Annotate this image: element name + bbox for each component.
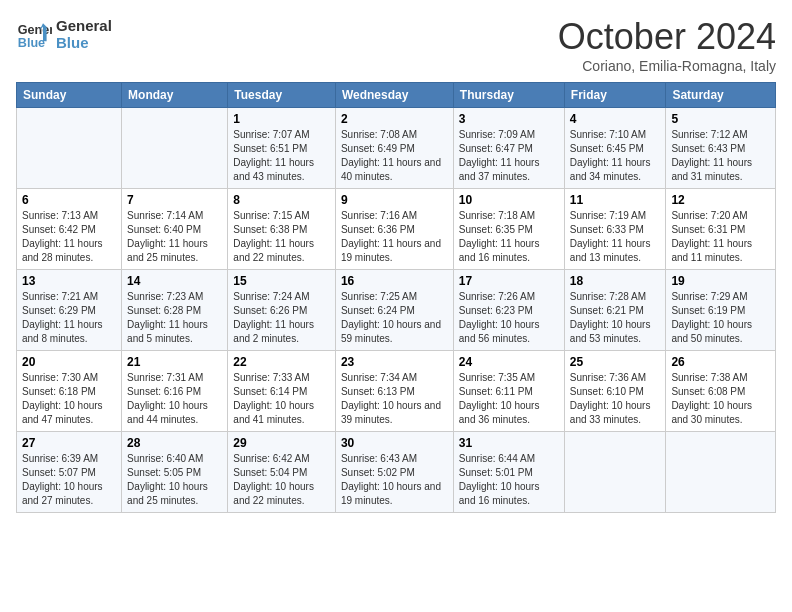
day-number: 30 (341, 436, 448, 450)
day-info: Sunrise: 6:39 AMSunset: 5:07 PMDaylight:… (22, 452, 116, 508)
day-info: Sunrise: 7:34 AMSunset: 6:13 PMDaylight:… (341, 371, 448, 427)
weekday-header-cell: Friday (564, 83, 666, 108)
calendar-week-row: 20Sunrise: 7:30 AMSunset: 6:18 PMDayligh… (17, 351, 776, 432)
calendar-week-row: 6Sunrise: 7:13 AMSunset: 6:42 PMDaylight… (17, 189, 776, 270)
calendar-week-row: 1Sunrise: 7:07 AMSunset: 6:51 PMDaylight… (17, 108, 776, 189)
day-info: Sunrise: 7:09 AMSunset: 6:47 PMDaylight:… (459, 128, 559, 184)
calendar-cell: 22Sunrise: 7:33 AMSunset: 6:14 PMDayligh… (228, 351, 336, 432)
day-info: Sunrise: 6:43 AMSunset: 5:02 PMDaylight:… (341, 452, 448, 508)
day-number: 6 (22, 193, 116, 207)
day-number: 11 (570, 193, 661, 207)
calendar-cell: 9Sunrise: 7:16 AMSunset: 6:36 PMDaylight… (335, 189, 453, 270)
calendar-cell (666, 432, 776, 513)
weekday-header-cell: Thursday (453, 83, 564, 108)
day-info: Sunrise: 6:44 AMSunset: 5:01 PMDaylight:… (459, 452, 559, 508)
day-number: 20 (22, 355, 116, 369)
day-info: Sunrise: 7:26 AMSunset: 6:23 PMDaylight:… (459, 290, 559, 346)
calendar-cell: 4Sunrise: 7:10 AMSunset: 6:45 PMDaylight… (564, 108, 666, 189)
day-number: 5 (671, 112, 770, 126)
calendar-cell: 28Sunrise: 6:40 AMSunset: 5:05 PMDayligh… (122, 432, 228, 513)
weekday-header-cell: Tuesday (228, 83, 336, 108)
day-number: 4 (570, 112, 661, 126)
day-number: 26 (671, 355, 770, 369)
calendar-table: SundayMondayTuesdayWednesdayThursdayFrid… (16, 82, 776, 513)
weekday-header-cell: Wednesday (335, 83, 453, 108)
day-number: 15 (233, 274, 330, 288)
day-number: 1 (233, 112, 330, 126)
calendar-cell: 24Sunrise: 7:35 AMSunset: 6:11 PMDayligh… (453, 351, 564, 432)
day-info: Sunrise: 7:35 AMSunset: 6:11 PMDaylight:… (459, 371, 559, 427)
calendar-cell: 29Sunrise: 6:42 AMSunset: 5:04 PMDayligh… (228, 432, 336, 513)
calendar-cell (17, 108, 122, 189)
day-number: 24 (459, 355, 559, 369)
calendar-cell: 26Sunrise: 7:38 AMSunset: 6:08 PMDayligh… (666, 351, 776, 432)
svg-text:Blue: Blue (18, 36, 45, 50)
day-info: Sunrise: 7:15 AMSunset: 6:38 PMDaylight:… (233, 209, 330, 265)
day-number: 8 (233, 193, 330, 207)
day-info: Sunrise: 7:20 AMSunset: 6:31 PMDaylight:… (671, 209, 770, 265)
day-info: Sunrise: 7:36 AMSunset: 6:10 PMDaylight:… (570, 371, 661, 427)
calendar-cell: 17Sunrise: 7:26 AMSunset: 6:23 PMDayligh… (453, 270, 564, 351)
day-info: Sunrise: 7:18 AMSunset: 6:35 PMDaylight:… (459, 209, 559, 265)
logo-blue: Blue (56, 34, 112, 51)
weekday-header-row: SundayMondayTuesdayWednesdayThursdayFrid… (17, 83, 776, 108)
day-number: 25 (570, 355, 661, 369)
weekday-header-cell: Sunday (17, 83, 122, 108)
day-info: Sunrise: 7:31 AMSunset: 6:16 PMDaylight:… (127, 371, 222, 427)
calendar-cell: 5Sunrise: 7:12 AMSunset: 6:43 PMDaylight… (666, 108, 776, 189)
calendar-cell: 8Sunrise: 7:15 AMSunset: 6:38 PMDaylight… (228, 189, 336, 270)
day-number: 21 (127, 355, 222, 369)
day-info: Sunrise: 7:25 AMSunset: 6:24 PMDaylight:… (341, 290, 448, 346)
day-number: 27 (22, 436, 116, 450)
logo-general: General (56, 17, 112, 34)
day-info: Sunrise: 7:12 AMSunset: 6:43 PMDaylight:… (671, 128, 770, 184)
day-number: 28 (127, 436, 222, 450)
calendar-cell: 10Sunrise: 7:18 AMSunset: 6:35 PMDayligh… (453, 189, 564, 270)
day-info: Sunrise: 7:30 AMSunset: 6:18 PMDaylight:… (22, 371, 116, 427)
day-info: Sunrise: 7:14 AMSunset: 6:40 PMDaylight:… (127, 209, 222, 265)
day-number: 18 (570, 274, 661, 288)
calendar-cell: 13Sunrise: 7:21 AMSunset: 6:29 PMDayligh… (17, 270, 122, 351)
calendar-week-row: 13Sunrise: 7:21 AMSunset: 6:29 PMDayligh… (17, 270, 776, 351)
day-number: 31 (459, 436, 559, 450)
day-number: 29 (233, 436, 330, 450)
calendar-cell: 21Sunrise: 7:31 AMSunset: 6:16 PMDayligh… (122, 351, 228, 432)
calendar-cell: 14Sunrise: 7:23 AMSunset: 6:28 PMDayligh… (122, 270, 228, 351)
day-info: Sunrise: 7:19 AMSunset: 6:33 PMDaylight:… (570, 209, 661, 265)
day-number: 14 (127, 274, 222, 288)
calendar-cell: 7Sunrise: 7:14 AMSunset: 6:40 PMDaylight… (122, 189, 228, 270)
day-number: 17 (459, 274, 559, 288)
day-number: 3 (459, 112, 559, 126)
calendar-cell: 27Sunrise: 6:39 AMSunset: 5:07 PMDayligh… (17, 432, 122, 513)
day-info: Sunrise: 7:33 AMSunset: 6:14 PMDaylight:… (233, 371, 330, 427)
day-info: Sunrise: 7:38 AMSunset: 6:08 PMDaylight:… (671, 371, 770, 427)
title-block: October 2024 Coriano, Emilia-Romagna, It… (558, 16, 776, 74)
day-info: Sunrise: 6:40 AMSunset: 5:05 PMDaylight:… (127, 452, 222, 508)
logo-icon: General Blue (16, 16, 52, 52)
day-number: 19 (671, 274, 770, 288)
day-number: 22 (233, 355, 330, 369)
day-number: 2 (341, 112, 448, 126)
calendar-cell: 31Sunrise: 6:44 AMSunset: 5:01 PMDayligh… (453, 432, 564, 513)
calendar-cell: 19Sunrise: 7:29 AMSunset: 6:19 PMDayligh… (666, 270, 776, 351)
calendar-cell: 23Sunrise: 7:34 AMSunset: 6:13 PMDayligh… (335, 351, 453, 432)
calendar-cell: 25Sunrise: 7:36 AMSunset: 6:10 PMDayligh… (564, 351, 666, 432)
day-info: Sunrise: 7:28 AMSunset: 6:21 PMDaylight:… (570, 290, 661, 346)
day-info: Sunrise: 7:21 AMSunset: 6:29 PMDaylight:… (22, 290, 116, 346)
calendar-cell: 11Sunrise: 7:19 AMSunset: 6:33 PMDayligh… (564, 189, 666, 270)
calendar-cell: 1Sunrise: 7:07 AMSunset: 6:51 PMDaylight… (228, 108, 336, 189)
day-info: Sunrise: 7:29 AMSunset: 6:19 PMDaylight:… (671, 290, 770, 346)
calendar-cell: 30Sunrise: 6:43 AMSunset: 5:02 PMDayligh… (335, 432, 453, 513)
day-info: Sunrise: 7:08 AMSunset: 6:49 PMDaylight:… (341, 128, 448, 184)
calendar-cell: 15Sunrise: 7:24 AMSunset: 6:26 PMDayligh… (228, 270, 336, 351)
calendar-cell (564, 432, 666, 513)
calendar-cell: 18Sunrise: 7:28 AMSunset: 6:21 PMDayligh… (564, 270, 666, 351)
calendar-cell: 2Sunrise: 7:08 AMSunset: 6:49 PMDaylight… (335, 108, 453, 189)
day-number: 16 (341, 274, 448, 288)
location: Coriano, Emilia-Romagna, Italy (558, 58, 776, 74)
logo: General Blue General Blue (16, 16, 112, 52)
calendar-cell: 16Sunrise: 7:25 AMSunset: 6:24 PMDayligh… (335, 270, 453, 351)
day-number: 23 (341, 355, 448, 369)
day-info: Sunrise: 7:23 AMSunset: 6:28 PMDaylight:… (127, 290, 222, 346)
calendar-cell: 12Sunrise: 7:20 AMSunset: 6:31 PMDayligh… (666, 189, 776, 270)
